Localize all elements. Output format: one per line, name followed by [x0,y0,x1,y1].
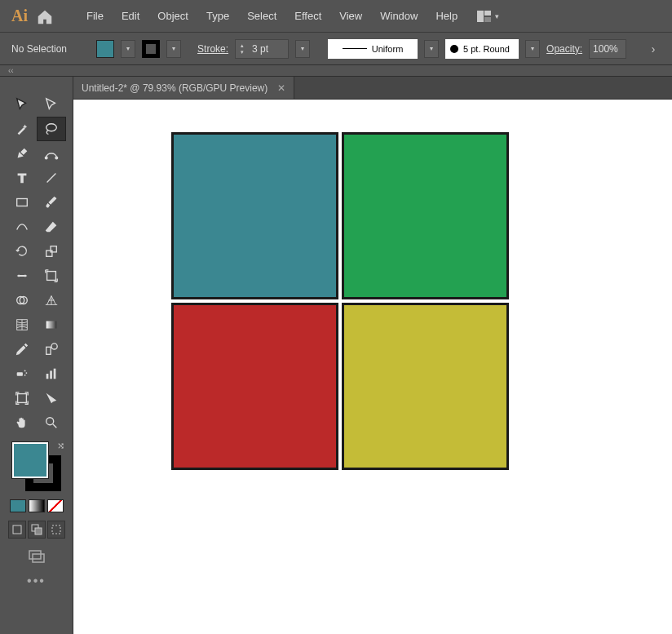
selection-status: No Selection [11,43,67,55]
fill-swatch[interactable] [96,40,114,58]
menu-select[interactable]: Select [241,7,283,25]
svg-point-17 [24,370,25,372]
curvature-tool[interactable] [38,142,65,165]
gradient-mode-icon[interactable] [29,499,45,512]
menu-file[interactable]: File [80,7,110,25]
stroke-weight-field[interactable] [249,43,288,55]
menu-effect[interactable]: Effect [288,7,328,25]
swap-fill-stroke-icon[interactable]: ⤭ [57,441,64,451]
stroke-weight-dropdown[interactable]: ▾ [295,40,310,58]
fill-dropdown[interactable]: ▾ [121,40,135,58]
eyedropper-tool[interactable] [8,338,36,361]
square-top-left[interactable] [171,132,338,299]
control-bar: No Selection ▾ ▾ Stroke: ▴▾ ▾ Uniform ▾ … [0,33,672,65]
mesh-tool[interactable] [8,313,36,336]
rectangle-tool[interactable] [8,191,36,214]
profile-dropdown[interactable]: ▾ [424,40,439,58]
svg-rect-0 [477,11,484,22]
magic-wand-tool[interactable] [8,117,36,140]
none-mode-icon[interactable] [47,499,64,512]
svg-rect-23 [17,394,26,403]
fill-color[interactable] [12,442,48,478]
draw-behind-icon[interactable] [28,521,46,539]
svg-rect-8 [51,246,56,252]
square-bottom-right[interactable] [342,303,509,470]
direct-selection-tool[interactable] [38,93,65,116]
artwork [171,132,509,470]
tab-bar: Untitled-2* @ 79.93% (RGB/GPU Preview) ✕ [73,77,672,100]
svg-point-15 [51,344,57,349]
svg-rect-14 [46,347,50,354]
free-transform-tool[interactable] [38,264,65,287]
screen-mode-icon[interactable] [27,548,46,565]
stroke-swatch[interactable] [142,40,160,58]
svg-point-4 [45,157,47,159]
svg-point-24 [46,418,53,425]
square-top-right[interactable] [342,132,509,299]
opacity-field[interactable] [589,39,626,59]
paintbrush-tool[interactable] [38,191,65,214]
menu-type[interactable]: Type [200,7,236,25]
draw-inside-icon[interactable] [47,521,65,539]
brush-definition[interactable]: 5 pt. Round [445,39,519,59]
menu-help[interactable]: Help [429,7,464,25]
home-icon[interactable] [36,8,54,24]
slice-tool[interactable] [38,387,65,410]
svg-rect-25 [13,525,21,534]
canvas[interactable] [73,100,672,634]
panel-collapse-icon[interactable]: ‹‹ [0,65,672,77]
workspace-switcher[interactable]: ▾ [477,11,499,22]
shape-builder-tool[interactable] [8,289,36,312]
menu-edit[interactable]: Edit [115,7,146,25]
document-tab[interactable]: Untitled-2* @ 79.93% (RGB/GPU Preview) ✕ [73,77,294,99]
menu-window[interactable]: Window [374,7,424,25]
fill-stroke-indicator[interactable]: ⤭ [12,442,61,491]
menu-object[interactable]: Object [151,7,195,25]
width-tool[interactable] [8,264,36,287]
svg-point-5 [55,157,57,159]
perspective-grid-tool[interactable] [38,289,65,312]
variable-width-profile[interactable]: Uniform [328,39,418,59]
svg-point-3 [46,124,56,131]
selection-tool[interactable] [8,93,36,116]
svg-rect-27 [35,528,42,534]
close-tab-icon[interactable]: ✕ [277,82,285,94]
menu-view[interactable]: View [333,7,369,25]
tab-title: Untitled-2* @ 79.93% (RGB/GPU Preview) [82,82,267,94]
stroke-label[interactable]: Stroke: [197,43,228,55]
svg-rect-13 [46,321,56,329]
rotate-tool[interactable] [8,240,36,263]
svg-rect-21 [50,370,52,379]
svg-point-18 [25,372,27,374]
svg-rect-2 [484,17,491,22]
symbol-sprayer-tool[interactable] [8,362,36,385]
svg-rect-6 [16,199,27,206]
brush-dropdown[interactable]: ▾ [525,40,540,58]
type-tool[interactable] [8,166,36,189]
stroke-dropdown[interactable]: ▾ [166,40,181,58]
column-graph-tool[interactable] [38,362,65,385]
eraser-tool[interactable] [38,215,65,238]
square-bottom-left[interactable] [171,303,338,470]
menu-bar: Ai File Edit Object Type Select Effect V… [0,0,672,33]
draw-normal-icon[interactable] [8,521,26,539]
scale-tool[interactable] [38,240,65,263]
shaper-tool[interactable] [8,215,36,238]
blend-tool[interactable] [38,338,65,361]
pen-tool[interactable] [8,142,36,165]
hand-tool[interactable] [8,411,36,434]
color-mode-icon[interactable] [10,499,26,512]
artboard-tool[interactable] [8,387,36,410]
lasso-tool[interactable] [38,117,65,140]
gradient-tool[interactable] [38,313,65,336]
more-options-icon[interactable]: › [646,39,661,59]
zoom-tool[interactable] [38,411,65,434]
tools-panel: ⤭ ••• [0,77,73,634]
edit-toolbar-icon[interactable]: ••• [27,573,46,589]
svg-rect-16 [16,372,22,376]
opacity-label[interactable]: Opacity: [546,43,582,55]
line-tool[interactable] [38,166,65,189]
app-logo: Ai [8,7,31,25]
svg-rect-22 [53,369,55,379]
stroke-weight-input[interactable]: ▴▾ [235,39,289,59]
